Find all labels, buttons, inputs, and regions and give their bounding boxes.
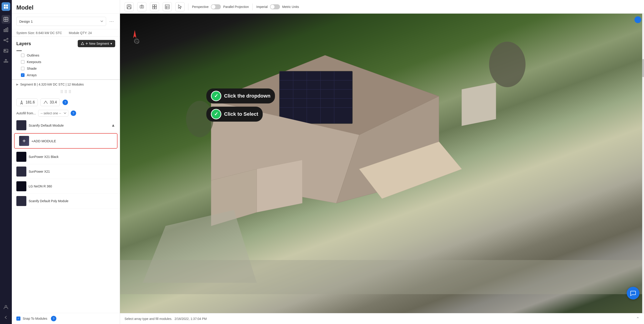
svg-rect-8 [6, 29, 6, 32]
nav-icon-model[interactable] [2, 15, 10, 24]
capture-button[interactable] [137, 2, 146, 11]
nav-icon-user[interactable] [2, 303, 10, 311]
snap-checkbox[interactable]: ✓ [16, 317, 20, 321]
svg-rect-2 [4, 7, 6, 9]
svg-rect-29 [155, 5, 156, 6]
system-info: System Size: 8.640 kW DC STC Module QTY:… [12, 29, 120, 37]
autofill-select[interactable]: -- select one -- [38, 110, 68, 117]
azimuth-row: 181.6 33.4 ? [12, 97, 120, 108]
nav-icon-chart[interactable] [2, 25, 10, 34]
snap-to-modules-row: ✓ Snap To Modules ? [12, 313, 120, 324]
toolbar-divider-1 [188, 3, 188, 10]
layer-checkbox-arrays[interactable] [21, 73, 24, 77]
azimuth-icon [19, 100, 24, 105]
perspective-toggle[interactable] [211, 4, 221, 9]
status-expand-icon[interactable]: ⌃ [636, 316, 640, 321]
drag-handle[interactable]: ⠿ ⠿ ⠿ [12, 88, 120, 96]
layer-checkbox-shade[interactable] [21, 67, 24, 70]
panel-sidebar: Model Design 1 ⋯ System Size: 8.640 kW D… [12, 0, 120, 324]
module-list-item-sunpower-black[interactable]: SunPower X21 Black [12, 150, 120, 164]
view-canvas[interactable]: ✓ Click the dropdown ✓ Click to Select [120, 14, 644, 313]
svg-rect-26 [140, 5, 144, 8]
help-icon-snap[interactable]: ? [51, 316, 56, 321]
segment-label: Segment B | 4.320 kW DC STC | 12 Modules [20, 83, 84, 86]
module-list-item-scanify-poly[interactable]: Scanify Default Poly Module [12, 194, 120, 208]
snap-to-modules-label: Snap To Modules [23, 317, 47, 320]
module-dropdown-header[interactable]: Scanify Default Module ▲ [12, 118, 120, 132]
module-collapse-button[interactable]: ▲ [111, 123, 115, 128]
nav-icon-upload[interactable] [2, 57, 10, 65]
svg-point-10 [7, 38, 8, 39]
module-name-lg: LG NeON R 360 [29, 184, 52, 188]
layer-checkbox-outlines[interactable] [21, 54, 24, 57]
svg-point-27 [141, 6, 142, 7]
svg-rect-0 [4, 4, 6, 6]
design-selector[interactable]: Design 1 [16, 17, 106, 26]
annotation-select-text: Click to Select [224, 111, 258, 117]
add-module-row[interactable]: +ADD MODULE [14, 133, 118, 149]
pitch-value[interactable]: 33.4 [50, 100, 57, 104]
svg-rect-32 [165, 5, 169, 9]
design-selector-row: Design 1 ⋯ [12, 14, 120, 29]
svg-point-59 [136, 41, 138, 42]
system-size-label: System Size: 8.640 kW DC STC [16, 31, 62, 35]
toolbar-divider-2 [252, 3, 253, 10]
nav-icon-back[interactable] [2, 313, 10, 322]
status-message: Select array type and fill modules. [124, 317, 172, 321]
svg-marker-20 [21, 101, 22, 104]
module-name-sunpower-black: SunPower X21 Black [29, 155, 59, 159]
grid-button[interactable] [150, 2, 159, 11]
module-list-item-sunpower[interactable]: SunPower X21 [12, 164, 120, 179]
svg-marker-49 [257, 160, 302, 212]
status-bar: Select array type and fill modules. 2/16… [120, 313, 644, 324]
help-icon-azimuth[interactable]: ? [62, 100, 68, 105]
svg-rect-30 [152, 7, 154, 9]
module-name-sunpower: SunPower X21 [29, 170, 50, 173]
module-default-thumbnail [16, 120, 26, 130]
scrollbar-thumb[interactable] [642, 59, 644, 77]
layer-item-outlines: Outlines [12, 52, 120, 59]
main-view: Perspective Parallel Projection Imperial… [120, 0, 644, 324]
svg-rect-3 [6, 7, 8, 9]
svg-rect-38 [280, 71, 352, 124]
svg-marker-51 [359, 142, 462, 199]
panel-title: Model [16, 4, 34, 11]
layer-checkbox-keepouts[interactable] [21, 60, 24, 64]
module-thumbnail-sunpower [16, 166, 26, 176]
add-module-label: +ADD MODULE [31, 139, 56, 143]
module-qty-label: Module QTY: 24 [69, 31, 92, 35]
blue-dot-indicator [634, 16, 641, 23]
imperial-label: Imperial [256, 5, 268, 9]
more-options-button[interactable]: ⋯ [108, 18, 115, 25]
layer-label-outlines: Outlines [27, 53, 39, 57]
segment-row[interactable]: ▶ Segment B | 4.320 kW DC STC | 12 Modul… [12, 81, 120, 88]
autofill-label: Autofill from... [16, 111, 36, 115]
help-icon-autofill[interactable]: ? [71, 111, 76, 116]
segment-chevron: ▶ [16, 83, 18, 86]
svg-marker-57 [133, 30, 136, 38]
layer-item-shade: Shade [12, 65, 120, 72]
nav-icon-gallery[interactable] [2, 46, 10, 55]
svg-rect-31 [155, 7, 156, 9]
module-name-scanify-poly: Scanify Default Poly Module [29, 199, 68, 203]
svg-rect-9 [7, 28, 8, 32]
metric-label: Metric Units [282, 5, 299, 9]
nav-icon-share[interactable] [2, 36, 10, 44]
save-button[interactable] [124, 2, 134, 11]
chat-bubble-button[interactable] [627, 287, 640, 300]
svg-rect-28 [152, 5, 154, 6]
perspective-toggle-group: Perspective Parallel Projection [192, 4, 249, 9]
svg-marker-55 [143, 210, 256, 283]
app-logo[interactable] [2, 2, 10, 11]
svg-line-14 [5, 40, 7, 41]
table-button[interactable] [163, 2, 172, 11]
azimuth-value[interactable]: 181.6 [26, 100, 35, 104]
svg-point-11 [4, 40, 5, 41]
units-toggle[interactable] [270, 4, 280, 9]
azimuth-box: 181.6 [16, 98, 38, 106]
panel-scroll-area: Outlines Keepouts Shade Arrays ▶ Segment… [12, 49, 120, 313]
module-list-item-lg[interactable]: LG NeON R 360 [12, 179, 120, 194]
autofill-row: Autofill from... -- select one -- ? [12, 108, 120, 118]
new-segment-button[interactable]: ✈ New Segment ▾ [78, 40, 115, 47]
cursor-button[interactable] [176, 2, 184, 11]
